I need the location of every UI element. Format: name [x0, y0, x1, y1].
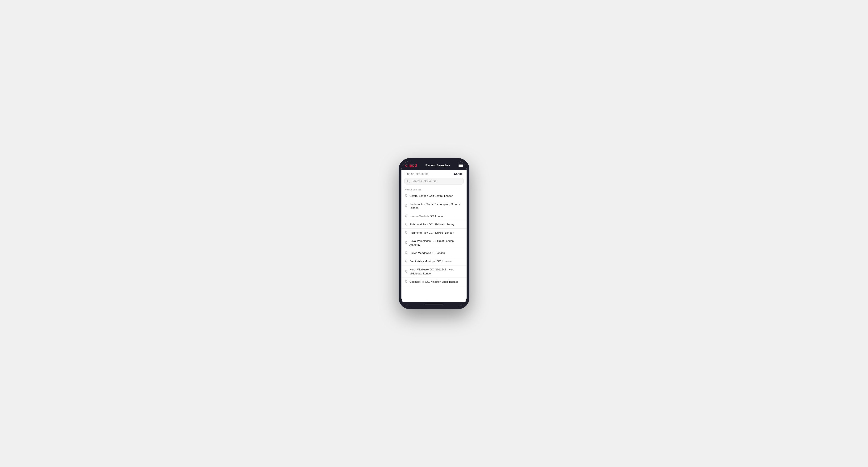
- svg-line-1: [409, 182, 410, 183]
- course-list-item[interactable]: North Middlesex GC (1011942 - North Midd…: [401, 266, 467, 278]
- svg-point-11: [406, 281, 406, 281]
- pin-icon: [405, 215, 408, 218]
- pin-icon: [405, 241, 408, 245]
- course-list-item[interactable]: Roehampton Club - Roehampton, Greater Lo…: [401, 200, 467, 212]
- svg-point-7: [406, 242, 406, 242]
- phone-screen: clippd Recent Searches Find a Golf Cours…: [401, 161, 467, 306]
- find-header: Find a Golf Course Cancel: [401, 170, 467, 177]
- home-indicator: [401, 302, 467, 306]
- pin-icon: [405, 205, 408, 208]
- nearby-label: Nearby courses: [401, 186, 467, 192]
- svg-point-6: [406, 232, 406, 232]
- cancel-button[interactable]: Cancel: [454, 172, 463, 176]
- course-name: Richmond Park GC - Prince's, Surrey: [409, 222, 454, 226]
- course-list-item[interactable]: Royal Wimbledon GC, Great London Authori…: [401, 237, 467, 249]
- svg-point-9: [406, 260, 406, 261]
- course-name: London Scottish GC, London: [409, 214, 444, 218]
- search-area: Find a Golf Course Cancel: [401, 170, 467, 186]
- course-list-item[interactable]: London Scottish GC, London: [401, 212, 467, 220]
- course-name: North Middlesex GC (1011942 - North Midd…: [409, 268, 463, 275]
- course-name: Richmond Park GC - Duke's, London: [409, 231, 454, 235]
- pin-icon: [405, 259, 408, 263]
- svg-point-4: [406, 215, 406, 216]
- svg-point-0: [407, 180, 409, 182]
- pin-icon: [405, 280, 408, 283]
- nearby-section: Nearby courses Central London Golf Centr…: [401, 186, 467, 302]
- search-icon: [407, 180, 410, 183]
- find-label: Find a Golf Course: [405, 172, 429, 176]
- menu-button[interactable]: [459, 164, 463, 167]
- svg-point-10: [406, 271, 406, 271]
- pin-icon: [405, 194, 408, 197]
- course-list-item[interactable]: Richmond Park GC - Prince's, Surrey: [401, 220, 467, 229]
- phone-frame: clippd Recent Searches Find a Golf Cours…: [399, 158, 469, 309]
- course-list-item[interactable]: Richmond Park GC - Duke's, London: [401, 229, 467, 237]
- pin-icon: [405, 251, 408, 255]
- course-list-item[interactable]: Central London Golf Centre, London: [401, 192, 467, 200]
- pin-icon: [405, 223, 408, 226]
- course-list: Central London Golf Centre, London Roeha…: [401, 192, 467, 286]
- svg-point-2: [406, 195, 406, 195]
- app-logo: clippd: [405, 163, 417, 167]
- header-title: Recent Searches: [426, 163, 450, 167]
- pin-icon: [405, 231, 408, 234]
- app-header: clippd Recent Searches: [401, 161, 467, 170]
- home-bar: [425, 304, 443, 304]
- search-box: [404, 178, 464, 185]
- svg-point-5: [406, 223, 406, 224]
- search-input[interactable]: [411, 180, 461, 183]
- course-name: Roehampton Club - Roehampton, Greater Lo…: [409, 202, 463, 210]
- course-list-item[interactable]: Brent Valley Municipal GC, London: [401, 257, 467, 266]
- svg-point-8: [406, 252, 406, 253]
- svg-point-3: [406, 205, 406, 206]
- course-name: Royal Wimbledon GC, Great London Authori…: [409, 239, 463, 247]
- course-name: Central London Golf Centre, London: [409, 194, 453, 198]
- course-list-item[interactable]: Dukes Meadows GC, London: [401, 249, 467, 257]
- course-name: Brent Valley Municipal GC, London: [409, 259, 452, 263]
- course-list-item[interactable]: Coombe Hill GC, Kingston upon Thames: [401, 278, 467, 286]
- course-name: Coombe Hill GC, Kingston upon Thames: [409, 280, 459, 284]
- pin-icon: [405, 270, 408, 273]
- course-name: Dukes Meadows GC, London: [409, 251, 445, 255]
